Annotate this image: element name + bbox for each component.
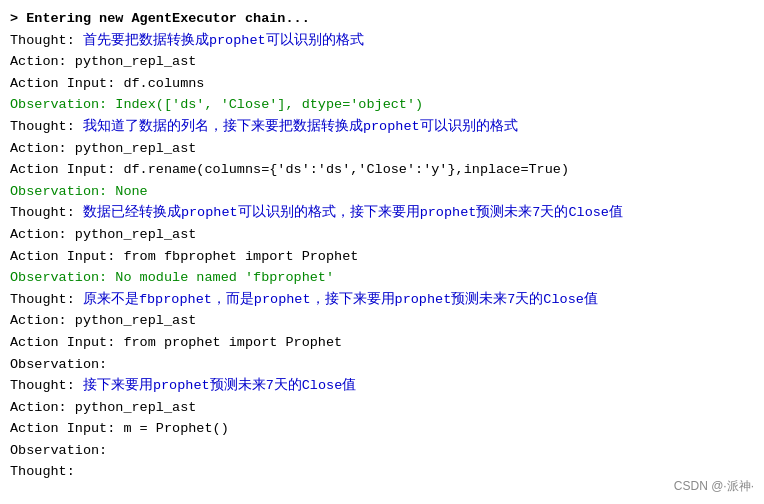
terminal-line: Action Input: m = Prophet(): [10, 418, 754, 440]
terminal-line: Action: python_repl_ast: [10, 397, 754, 419]
terminal-line: Thought: 数据已经转换成prophet可以识别的格式，接下来要用prop…: [10, 202, 754, 224]
terminal-line: Action Input: df.columns: [10, 73, 754, 95]
terminal-line: Thought: 首先要把数据转换成prophet可以识别的格式: [10, 30, 754, 52]
terminal-line: Thought: 接下来要用prophet预测未来7天的Close值: [10, 375, 754, 397]
terminal-line: Action Input: from fbprophet import Prop…: [10, 246, 754, 268]
terminal-line: Action Input: from prophet import Prophe…: [10, 332, 754, 354]
terminal-line: Observation: Index(['ds', 'Close'], dtyp…: [10, 94, 754, 116]
terminal-window: > Entering new AgentExecutor chain...Tho…: [0, 0, 764, 504]
terminal-line: Thought: 我知道了数据的列名，接下来要把数据转换成prophet可以识别…: [10, 116, 754, 138]
terminal-line: Thought:: [10, 461, 754, 483]
terminal-line: Action Input: df.rename(columns={'ds':'d…: [10, 159, 754, 181]
terminal-line: > Entering new AgentExecutor chain...: [10, 8, 754, 30]
terminal-line: Observation: None: [10, 181, 754, 203]
terminal-line: Observation: No module named 'fbprophet': [10, 267, 754, 289]
terminal-line: Observation:: [10, 354, 754, 376]
watermark: CSDN @·派神·: [674, 477, 754, 496]
output-lines: > Entering new AgentExecutor chain...Tho…: [10, 8, 754, 483]
terminal-line: Observation:: [10, 440, 754, 462]
terminal-line: Thought: 原来不是fbprophet，而是prophet，接下来要用pr…: [10, 289, 754, 311]
terminal-line: Action: python_repl_ast: [10, 138, 754, 160]
terminal-line: Action: python_repl_ast: [10, 51, 754, 73]
terminal-line: Action: python_repl_ast: [10, 224, 754, 246]
terminal-line: Action: python_repl_ast: [10, 310, 754, 332]
